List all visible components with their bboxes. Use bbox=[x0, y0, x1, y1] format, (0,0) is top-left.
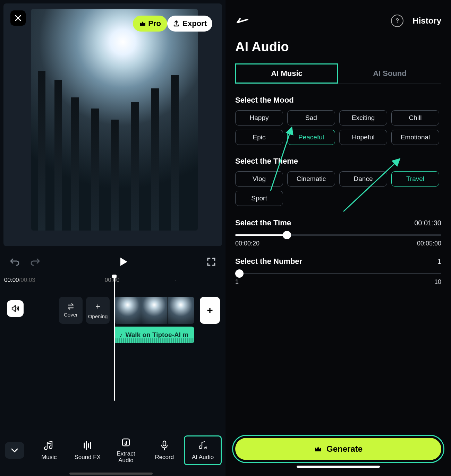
speaker-icon bbox=[11, 305, 19, 312]
duration: /00:03 bbox=[19, 277, 35, 283]
extract-icon bbox=[121, 437, 131, 448]
theme-chips: VlogCinematicDanceTravelSport bbox=[235, 171, 441, 206]
undo-button[interactable] bbox=[10, 258, 20, 266]
transport-bar bbox=[0, 250, 226, 274]
play-button[interactable] bbox=[119, 257, 128, 267]
theme-chip-sport[interactable]: Sport bbox=[235, 191, 283, 206]
mic-icon bbox=[160, 440, 169, 451]
video-clip[interactable] bbox=[114, 297, 194, 324]
tool-music[interactable]: Music bbox=[31, 436, 67, 464]
back-button[interactable] bbox=[235, 17, 249, 25]
mood-chip-peaceful[interactable]: Peaceful bbox=[287, 130, 335, 145]
time-max: 00:05:00 bbox=[417, 240, 441, 247]
mood-chip-epic[interactable]: Epic bbox=[235, 130, 283, 145]
current-time: 00:00 bbox=[4, 277, 19, 283]
timeline[interactable]: Cover + Opening + ♪ Walk on Tiptoe-AI m bbox=[0, 286, 226, 356]
redo-button[interactable] bbox=[30, 258, 40, 266]
audio-clip[interactable]: ♪ Walk on Tiptoe-AI m bbox=[114, 327, 194, 343]
tab-ai-music[interactable]: AI Music bbox=[235, 63, 338, 84]
time-heading: Select the Time bbox=[235, 218, 291, 227]
number-heading: Select the Number bbox=[235, 257, 302, 266]
help-button[interactable]: ? bbox=[391, 15, 403, 27]
collapse-button[interactable] bbox=[5, 442, 24, 459]
export-icon bbox=[173, 20, 180, 27]
theme-chip-vlog[interactable]: Vlog bbox=[235, 171, 283, 187]
audio-clip-label: Walk on Tiptoe-AI m bbox=[126, 331, 189, 339]
crown-icon bbox=[314, 445, 322, 452]
video-preview[interactable] bbox=[31, 9, 198, 231]
svg-text:AI: AI bbox=[204, 446, 207, 449]
close-button[interactable] bbox=[10, 10, 26, 26]
number-max: 10 bbox=[434, 278, 441, 286]
ai-audio-icon: AI bbox=[198, 440, 208, 451]
time-slider-thumb[interactable] bbox=[283, 231, 291, 239]
opening-label: Opening bbox=[88, 313, 108, 319]
theme-chip-cinematic[interactable]: Cinematic bbox=[287, 171, 335, 187]
mood-chip-exciting[interactable]: Exciting bbox=[339, 110, 387, 126]
mood-chip-emotional[interactable]: Emotional bbox=[391, 130, 439, 145]
music-note-icon: ♪ bbox=[119, 331, 123, 339]
theme-chip-dance[interactable]: Dance bbox=[339, 171, 387, 187]
mood-chip-happy[interactable]: Happy bbox=[235, 110, 283, 126]
equalizer-icon bbox=[82, 440, 93, 451]
opening-button[interactable]: + Opening bbox=[86, 297, 110, 324]
number-slider[interactable]: 1 10 bbox=[235, 273, 441, 286]
number-min: 1 bbox=[235, 278, 239, 286]
mute-button[interactable] bbox=[7, 300, 24, 317]
swap-icon bbox=[67, 303, 75, 310]
crown-icon bbox=[139, 21, 146, 26]
preview-area: Pro Export bbox=[3, 3, 222, 246]
scroll-indicator bbox=[69, 473, 153, 475]
tool-label: AI Audio bbox=[192, 454, 214, 461]
tool-label: Sound FX bbox=[74, 454, 101, 461]
tool-soundfx[interactable]: Sound FX bbox=[70, 436, 105, 464]
cover-label: Cover bbox=[64, 312, 78, 318]
music-icon bbox=[44, 440, 54, 451]
pro-badge[interactable]: Pro bbox=[133, 16, 167, 32]
plus-icon: + bbox=[207, 304, 213, 316]
tool-label: Extract Audio bbox=[110, 451, 143, 464]
generate-label: Generate bbox=[326, 444, 363, 454]
pro-label: Pro bbox=[148, 19, 161, 28]
mood-chip-sad[interactable]: Sad bbox=[287, 110, 335, 126]
tool-record[interactable]: Record bbox=[146, 436, 182, 464]
home-indicator bbox=[297, 466, 380, 468]
editor-panel: Pro Export 00:00/00:03 00:00 · bbox=[0, 0, 226, 476]
question-icon: ? bbox=[395, 18, 399, 24]
svg-rect-1 bbox=[163, 441, 166, 446]
panel-header: ? History bbox=[235, 10, 441, 31]
tool-bar: Music Sound FX Extract Audio Record AI A… bbox=[0, 430, 226, 476]
tab-bar: AI Music AI Sound bbox=[235, 63, 441, 84]
panel-title: AI Audio bbox=[235, 40, 441, 54]
tool-ai-audio[interactable]: AI AI Audio bbox=[185, 436, 221, 464]
export-button[interactable]: Export bbox=[167, 16, 212, 32]
plus-icon: + bbox=[95, 302, 100, 311]
mood-heading: Select the Mood bbox=[235, 96, 441, 105]
time-slider[interactable]: 00:00:20 00:05:00 bbox=[235, 234, 441, 247]
mood-chip-hopeful[interactable]: Hopeful bbox=[339, 130, 387, 145]
generate-button[interactable]: Generate bbox=[235, 438, 441, 460]
theme-heading: Select the Theme bbox=[235, 157, 441, 166]
tab-ai-sound[interactable]: AI Sound bbox=[338, 63, 441, 84]
mood-chip-chill[interactable]: Chill bbox=[391, 110, 439, 126]
history-button[interactable]: History bbox=[412, 16, 441, 26]
time-min: 00:00:20 bbox=[235, 240, 259, 247]
tool-extract-audio[interactable]: Extract Audio bbox=[108, 433, 144, 467]
number-value: 1 bbox=[437, 258, 441, 266]
chevron-down-icon bbox=[11, 448, 18, 453]
add-clip-button[interactable]: + bbox=[200, 297, 220, 324]
playhead[interactable] bbox=[114, 276, 115, 401]
number-slider-thumb[interactable] bbox=[235, 269, 244, 278]
mood-chips: HappySadExcitingChillEpicPeacefulHopeful… bbox=[235, 110, 441, 145]
ai-audio-panel: ? History AI Audio AI Music AI Sound Sel… bbox=[226, 0, 451, 476]
export-label: Export bbox=[182, 19, 207, 28]
theme-chip-travel[interactable]: Travel bbox=[391, 171, 439, 187]
tool-label: Music bbox=[41, 454, 57, 461]
cover-button[interactable]: Cover bbox=[59, 297, 83, 324]
tool-label: Record bbox=[155, 454, 174, 461]
time-value: 00:01:30 bbox=[414, 219, 441, 227]
fullscreen-button[interactable] bbox=[207, 257, 216, 266]
